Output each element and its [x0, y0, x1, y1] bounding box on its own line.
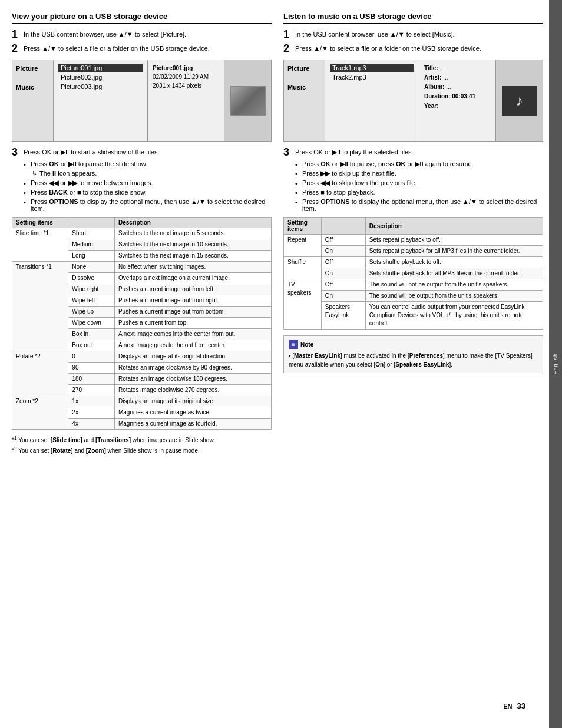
file-item-1[interactable]: Picture001.jpg: [58, 64, 143, 72]
music-year-label: Year:: [424, 101, 491, 111]
table-cell-desc: Pushes a current image out from bottom.: [114, 307, 271, 318]
right-col-setting-sub: [321, 218, 365, 235]
music-thumbnail: ♪: [502, 86, 537, 116]
right-browser-thumb: ♪: [495, 60, 543, 141]
left-column: View your picture on a USB storage devic…: [12, 12, 272, 696]
step-1-right-text: In the USB content browser, use ▲/▼ to s…: [295, 29, 455, 39]
step-num-3-left: 3: [12, 147, 20, 159]
step-2-right-text: Press ▲/▼ to select a file or a folder o…: [295, 43, 481, 53]
left-section-title: View your picture on a USB storage devic…: [12, 12, 272, 24]
bullet-3-left: • Press BACK or ■ to stop the slide show…: [24, 189, 272, 196]
table-cell-desc: Switches to the next image in 15 seconds…: [114, 251, 271, 262]
page-container: View your picture on a USB storage devic…: [0, 0, 562, 728]
sidebar-music: Music: [16, 84, 49, 91]
table-cell-sub: On: [321, 246, 365, 257]
left-browser-thumb: [224, 60, 271, 141]
table-cell-desc: Displays an image at its original size.: [114, 396, 271, 407]
table-row: Speakers EasyLinkYou can control audio o…: [284, 302, 543, 330]
table-row: OnSets shuffle playback for all MP3 file…: [284, 268, 543, 279]
table-cell-group: Repeat: [284, 235, 322, 257]
step-1-right: 1 In the USB content browser, use ▲/▼ to…: [283, 29, 543, 41]
file-item-3[interactable]: Picture003.jpg: [58, 83, 143, 91]
right-browser-info: Title: ... Artist: ... Album: ... Durati…: [419, 60, 495, 141]
table-cell-sub: 4x: [68, 419, 115, 430]
page-number: 33: [517, 701, 525, 710]
step-num-1-left: 1: [12, 29, 20, 41]
bullet-arrow-left: ↳ The II icon appears.: [32, 170, 272, 177]
bullet-3-right: • Press ◀◀ to skip down the previous fil…: [295, 179, 543, 187]
table-cell-group: Slide time *1: [12, 228, 68, 262]
right-sidebar-music: Music: [287, 84, 321, 91]
bullet-2-left-text: Press ◀◀ or ▶▶ to move between images.: [31, 179, 153, 187]
table-cell-sub: 90: [68, 363, 115, 374]
note-text: • [Master EasyLink] must be activated in…: [289, 351, 538, 369]
table-cell-sub: Off: [321, 235, 365, 246]
table-cell-sub: Wipe down: [68, 318, 115, 329]
table-cell-sub: Long: [68, 251, 115, 262]
track-item-2[interactable]: Track2.mp3: [330, 73, 414, 81]
side-tab: English: [549, 0, 562, 728]
bullet-dot-r2: •: [295, 170, 300, 177]
main-content: View your picture on a USB storage devic…: [0, 0, 549, 728]
step-3-left: 3 Press OK or ▶II to start a slideshow o…: [12, 147, 272, 159]
table-cell-sub: None: [68, 262, 115, 273]
table-row: OnThe sound will be output from the unit…: [284, 291, 543, 302]
step-2-left-text: Press ▲/▼ to select a file or a folder o…: [24, 43, 210, 53]
table-cell-desc: A next image comes into the center from …: [114, 329, 271, 340]
music-album-label: Album: ...: [424, 83, 491, 92]
right-section-title: Listen to music on a USB storage device: [283, 12, 543, 24]
table-cell-sub: Off: [321, 257, 365, 268]
left-browser-files: Picture001.jpg Picture002.jpg Picture003…: [54, 60, 147, 141]
bullet-dot-3: •: [24, 189, 28, 196]
table-cell-sub: Wipe right: [68, 284, 115, 295]
step-num-3-right: 3: [283, 147, 292, 159]
table-cell-sub: 0: [68, 351, 115, 363]
bullet-dot-r3: •: [295, 180, 300, 187]
step-num-1-right: 1: [283, 29, 292, 41]
table-cell-desc: The sound will not be output from the un…: [365, 279, 543, 291]
bullet-dot-r5: •: [295, 199, 300, 206]
right-browser-box: Picture Music Track1.mp3 Track2.mp3 Titl…: [283, 60, 543, 142]
table-cell-desc: Sets repeat playback for all MP3 files i…: [365, 246, 543, 257]
table-cell-desc: Pushes a current image out from left.: [114, 284, 271, 295]
table-cell-desc: Sets repeat playback to off.: [365, 235, 543, 246]
step-1-left: 1 In the USB content browser, use ▲/▼ to…: [12, 29, 272, 41]
bullet-2-left: • Press ◀◀ or ▶▶ to move between images.: [24, 179, 272, 187]
right-column: Listen to music on a USB storage device …: [283, 12, 543, 696]
music-duration-label: Duration: 00:03:41: [424, 92, 491, 101]
table-cell-desc: The sound will be output from the unit's…: [365, 291, 543, 302]
page-footer: EN 33: [12, 696, 543, 716]
table-cell-sub: Box out: [68, 340, 115, 351]
step-3-right-text: Press OK or ▶II to play the selected fil…: [295, 147, 414, 157]
table-cell-desc: Pushes a current image out from right.: [114, 295, 271, 307]
bullet-4-left-text: Press OPTIONS to display the optional me…: [31, 198, 272, 212]
right-settings-table: Setting items Description RepeatOffSets …: [283, 217, 543, 330]
left-browser-box: Picture Music Picture001.jpg Picture002.…: [12, 60, 272, 142]
music-title-label: Title: ...: [424, 64, 491, 73]
right-col-setting-items: Setting items: [284, 218, 322, 235]
table-cell-desc: Rotates an image clockwise by 90 degrees…: [114, 363, 271, 374]
arrow-icon: ↳: [32, 170, 37, 177]
table-row: Rotate *20Displays an image at its origi…: [12, 351, 272, 363]
table-cell-desc: Rotates an image clockwise 180 degrees.: [114, 374, 271, 385]
file-item-2[interactable]: Picture002.jpg: [58, 73, 143, 81]
right-col-description: Description: [365, 218, 543, 235]
footnote-1: *1 You can set [Slide time] and [Transit…: [12, 434, 272, 444]
table-cell-sub: Short: [68, 228, 115, 239]
col-description: Description: [114, 218, 271, 228]
left-browser-sidebar: Picture Music: [12, 60, 54, 141]
track-item-1[interactable]: Track1.mp3: [330, 64, 414, 72]
bullet-3-right-text: Press ◀◀ to skip down the previous file.: [302, 179, 417, 187]
table-cell-desc: Displays an image at its original direct…: [114, 351, 271, 363]
table-cell-sub: Off: [321, 279, 365, 291]
side-tab-text: English: [553, 353, 558, 375]
table-row: ShuffleOffSets shuffle playback to off.: [284, 257, 543, 268]
two-column-layout: View your picture on a USB storage devic…: [12, 12, 543, 696]
step-3-left-text: Press OK or ▶II to start a slideshow of …: [24, 147, 160, 157]
step-2-left: 2 Press ▲/▼ to select a file or a folder…: [12, 43, 272, 55]
table-cell-desc: No effect when switching images.: [114, 262, 271, 273]
table-cell-sub: Dissolve: [68, 273, 115, 284]
bullet-dot-2: •: [24, 180, 28, 187]
table-cell-desc: Switches to the next image in 10 seconds…: [114, 239, 271, 251]
bullet-3-left-text: Press BACK or ■ to stop the slide show.: [31, 189, 147, 196]
